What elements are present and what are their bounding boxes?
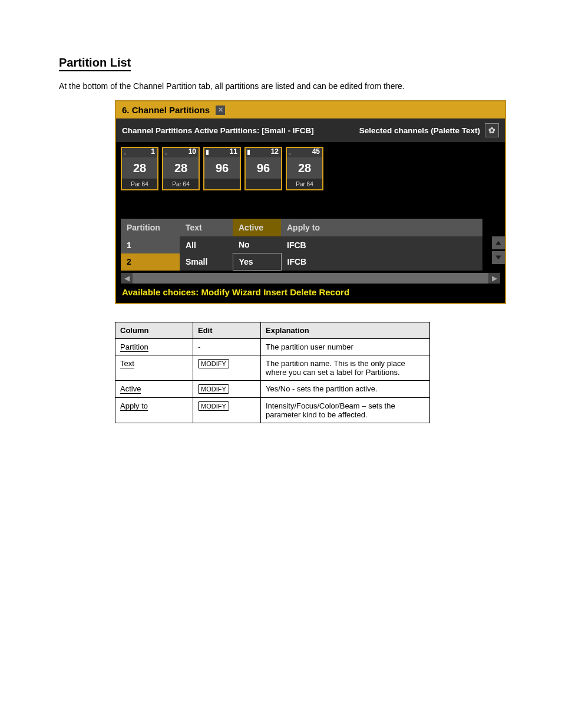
subheader-left: Channel Partitions Active Partitions: [S… xyxy=(122,126,314,135)
gear-icon[interactable]: ✿ xyxy=(485,123,499,137)
cell-partition-number: 1 xyxy=(121,236,180,253)
channel-cell[interactable]: 1028Par 64 xyxy=(162,147,200,212)
panel-subheader: Channel Partitions Active Partitions: [S… xyxy=(116,118,505,142)
scroll-left-icon[interactable]: ◀ xyxy=(121,273,133,284)
panel-tab[interactable]: 6. Channel Partitions ✕ xyxy=(116,101,505,118)
channel-indicator-icon xyxy=(165,153,167,155)
doc-row: TextMODIFYThe partition name. This is th… xyxy=(115,355,430,381)
doc-row: Apply toMODIFYIntensity/Focus/Color/Beam… xyxy=(115,398,430,423)
channel-indicator-icon xyxy=(247,150,250,155)
doc-cell-column: Text xyxy=(115,355,193,381)
channel-header: 1 xyxy=(121,147,158,157)
doc-th-edit: Edit xyxy=(193,322,261,339)
channel-cell[interactable]: 1296 xyxy=(244,147,282,212)
close-icon[interactable]: ✕ xyxy=(216,106,225,115)
scroll-right-icon[interactable]: ▶ xyxy=(488,273,500,284)
cell-active[interactable]: Yes xyxy=(233,253,281,271)
cell-applyto: IFCB xyxy=(281,253,482,271)
doc-cell-expl: Intensity/Focus/Color/Beam – sets the pa… xyxy=(261,398,430,423)
channel-value: 28 xyxy=(121,157,158,179)
col-text[interactable]: Text xyxy=(180,219,233,236)
col-partition[interactable]: Partition xyxy=(121,219,180,236)
modify-key: MODIFY xyxy=(198,359,229,368)
scroll-down-icon[interactable] xyxy=(492,251,505,264)
partition-list-area: Partition Text Active Apply to 1AllNoIFC… xyxy=(116,215,505,284)
modify-key: MODIFY xyxy=(198,401,229,411)
cell-text: All xyxy=(180,236,233,253)
channel-partitions-panel: 6. Channel Partitions ✕ Channel Partitio… xyxy=(115,100,506,304)
channel-label: Par 64 xyxy=(286,179,323,190)
doc-cell-edit: MODIFY xyxy=(193,398,261,423)
channel-number: 45 xyxy=(312,147,320,156)
subheader-right: Selected channels (Palette Text) xyxy=(359,126,480,135)
channel-indicator-icon xyxy=(289,153,291,155)
channel-value: 28 xyxy=(286,157,323,179)
doc-row: Partition-The partition user number xyxy=(115,339,430,355)
horizontal-scrollbar[interactable]: ◀ ▶ xyxy=(121,273,500,284)
cell-applyto: IFCB xyxy=(281,236,482,253)
scroll-up-icon[interactable] xyxy=(492,236,505,249)
channel-label: Par 64 xyxy=(121,179,158,190)
doc-th-expl: Explanation xyxy=(261,322,430,339)
channel-number: 10 xyxy=(189,147,196,156)
channel-number: 12 xyxy=(271,147,279,156)
section-heading: Partition List xyxy=(59,56,503,70)
cell-text: Small xyxy=(180,253,233,271)
intro-paragraph: At the bottom of the Channel Partition t… xyxy=(59,80,503,92)
panel-tab-title: 6. Channel Partitions xyxy=(122,105,210,115)
channel-cell[interactable]: 1196 xyxy=(203,147,241,212)
doc-cell-column: Apply to xyxy=(115,398,193,423)
channel-cell[interactable]: 4528Par 64 xyxy=(286,147,323,212)
channel-label xyxy=(203,179,241,190)
modify-key: MODIFY xyxy=(198,384,229,394)
doc-cell-edit: MODIFY xyxy=(193,381,261,398)
channel-indicator-icon xyxy=(206,150,209,155)
doc-cell-column: Active xyxy=(115,381,193,398)
channel-label: Par 64 xyxy=(162,179,200,190)
channel-value: 28 xyxy=(162,157,200,179)
available-choices: Available choices: Modify Wizard Insert … xyxy=(116,284,505,303)
doc-cell-edit: - xyxy=(193,339,261,355)
doc-cell-expl: The partition name. This is the only pla… xyxy=(261,355,430,381)
partition-row[interactable]: 1AllNoIFCB xyxy=(121,236,482,253)
doc-cell-edit: MODIFY xyxy=(193,355,261,381)
channel-number: 11 xyxy=(230,147,237,156)
channel-header: 11 xyxy=(203,147,241,157)
cell-partition-number: 2 xyxy=(121,253,180,271)
channel-value: 96 xyxy=(244,157,282,179)
partition-table: Partition Text Active Apply to 1AllNoIFC… xyxy=(121,219,482,271)
col-active[interactable]: Active xyxy=(233,219,281,236)
doc-th-column: Column xyxy=(115,322,193,339)
col-applyto[interactable]: Apply to xyxy=(281,219,482,236)
channel-header: 12 xyxy=(244,147,282,157)
channel-number: 1 xyxy=(151,147,155,156)
channel-strip: 128Par 641028Par 64119612964528Par 64 xyxy=(116,142,505,215)
partition-row[interactable]: 2SmallYesIFCB xyxy=(121,253,482,271)
channel-label xyxy=(244,179,282,190)
columns-explanation-table: Column Edit Explanation Partition-The pa… xyxy=(115,322,430,423)
channel-header: 45 xyxy=(286,147,323,157)
channel-indicator-icon xyxy=(124,153,126,155)
doc-cell-column: Partition xyxy=(115,339,193,355)
cell-active[interactable]: No xyxy=(233,236,281,253)
channel-header: 10 xyxy=(162,147,200,157)
channel-value: 96 xyxy=(203,157,241,179)
doc-row: ActiveMODIFYYes/No - sets the partition … xyxy=(115,381,430,398)
channel-cell[interactable]: 128Par 64 xyxy=(121,147,158,212)
doc-cell-expl: The partition user number xyxy=(261,339,430,355)
doc-cell-expl: Yes/No - sets the partition active. xyxy=(261,381,430,398)
